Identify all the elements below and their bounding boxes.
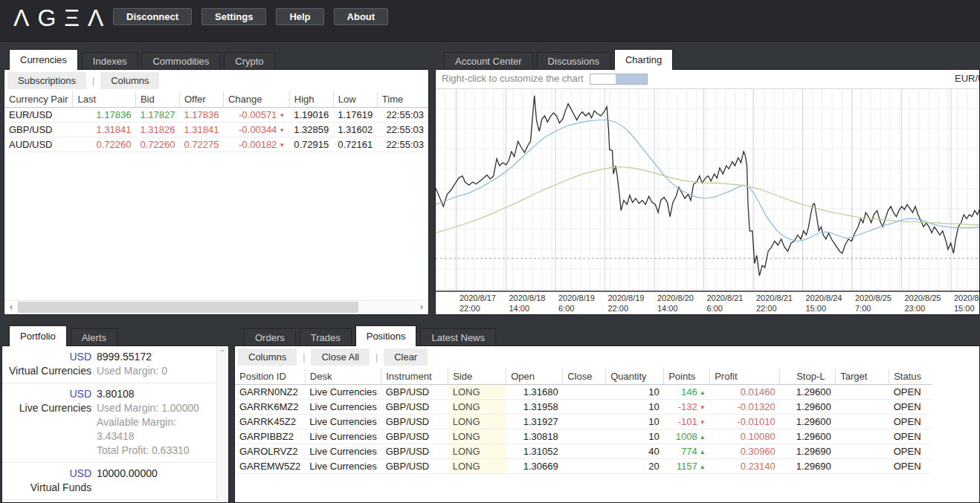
cell-low: 1.31602 [333,123,377,137]
chart-scrollbar[interactable] [590,74,648,85]
market-tab-crypto[interactable]: Crypto [224,52,274,70]
chart-tab-discussions[interactable]: Discussions [537,52,610,70]
position-row[interactable]: GARRK6MZ2Live CurrenciesGBP/USDLONG1.319… [235,400,932,415]
column-header-close: Close [563,369,606,385]
about-button[interactable]: About [334,8,389,25]
chart-scrollbar-thumb[interactable] [616,74,647,84]
chart-tab-account-center[interactable]: Account Center [444,52,533,70]
positions-close-all-button[interactable]: Close All [311,348,370,366]
positions-tab-orders[interactable]: Orders [244,328,296,346]
cell-low: 0.72161 [333,137,377,152]
cell-high: 1.32859 [289,123,333,137]
toolbar-separator: | [375,352,378,363]
cell-side: LONG [448,429,506,444]
disconnect-button[interactable]: Disconnect [113,8,192,25]
settings-button[interactable]: Settings [202,8,266,25]
cell-open: 1.31958 [506,400,563,415]
portfolio-entry[interactable]: USD3.80108Live CurrenciesUsed Margin: 1.… [2,383,217,463]
portfolio-tabs: PortfolioAlerts [9,327,117,346]
table-header-row: Position IDDeskInstrumentSideOpenCloseQu… [235,369,932,385]
horizontal-scrollbar[interactable]: ‹ › [5,300,428,314]
positions-tab-trades[interactable]: Trades [300,328,352,346]
x-axis-date: 2020/8/26 [954,293,980,303]
ma-fast-line [436,120,980,241]
market-columns-button[interactable]: Columns [100,72,159,89]
cell-quantity: 40 [606,444,664,459]
x-axis-time: 14:00 [657,303,694,314]
portfolio-tab-portfolio[interactable]: Portfolio [9,325,67,346]
positions-table: Position IDDeskInstrumentSideOpenCloseQu… [235,369,932,474]
position-row[interactable]: GARRN0NZ2Live CurrenciesGBP/USDLONG1.316… [235,385,932,400]
column-header-low: Low [333,91,377,108]
cell-points: 146▲ [664,385,710,400]
x-axis-time: 23:00 [905,303,941,314]
portfolio-entry[interactable]: USD10000.00000Virtual Funds [2,463,217,500]
up-arrow-icon: ▲ [700,434,706,441]
market-row[interactable]: EUR/USD1.178361.178271.17836-0.00571▼1.1… [4,108,428,123]
position-row[interactable]: GAROLRVZ2Live CurrenciesGBP/USDLONG1.310… [235,444,932,459]
scroll-left-icon[interactable]: ‹ [5,301,17,314]
market-toolbar: Subscriptions|Columns [4,70,428,91]
portfolio-entry-main: USD3.80108 [4,387,213,401]
chart-tab-charting[interactable]: Charting [614,49,673,70]
positions-panel: Columns|Close All|Clear Position IDDeskI… [234,345,980,503]
portfolio-entry[interactable]: USD8999.55172Virtual CurrenciesUsed Marg… [2,346,217,383]
market-tab-indexes[interactable]: Indexes [82,52,138,70]
column-header-side: Side [448,369,506,385]
cell-instrument: GBP/USD [381,459,448,474]
vertical-scrollbar[interactable]: ⌃ [216,347,228,502]
cell-profit: 0.10080 [710,429,780,444]
market-row[interactable]: AUD/USD0.722600.722600.72275-0.00182▼0.7… [4,137,428,152]
market-tabs: CurrenciesIndexesCommoditiesCrypto [9,51,275,70]
portfolio-instrument: USD [4,467,91,481]
positions-clear-button[interactable]: Clear [384,348,428,366]
cell-change: -0.00344▼ [223,123,289,137]
cell-target [836,444,889,459]
cell-desk: Live Currencies [305,415,381,429]
x-axis-label: 2020/8/196:00 [558,293,595,314]
x-axis-label: 2020/8/1722:00 [460,293,496,314]
cell-quantity: 10 [606,400,664,415]
scroll-right-icon[interactable]: › [416,301,428,314]
cell-stop-l: 1.29690 [780,459,836,474]
position-row[interactable]: GAREMW5Z2Live CurrenciesGBP/USDLONG1.306… [235,459,932,474]
help-button[interactable]: Help [276,8,323,25]
position-row[interactable]: GARPIBBZ2Live CurrenciesGBP/USDLONG1.308… [235,429,932,444]
market-tab-currencies[interactable]: Currencies [9,49,78,70]
cell-instrument: GBP/USD [381,444,448,459]
positions-tab-latest-news[interactable]: Latest News [420,328,496,346]
position-row[interactable]: GARRK45Z2Live CurrenciesGBP/USDLONG1.319… [235,415,932,429]
x-axis-label: 2020/8/257:00 [855,293,892,314]
cell-position-id: GAREMW5Z2 [235,459,305,474]
portfolio-entry-label: Virtual Currencies [4,364,91,378]
portfolio-entry-label: Virtual Funds [4,481,91,495]
x-axis-label: 2020/8/1814:00 [509,293,546,314]
agea-logo: ΛGΞΛ [13,4,112,32]
cell-points: 774▲ [664,444,710,459]
portfolio-tab-alerts[interactable]: Alerts [71,328,117,346]
portfolio-entry-detail: Virtual Funds [4,481,213,495]
cell-stop-l: 1.29600 [780,415,836,429]
market-subscriptions-button[interactable]: Subscriptions [7,72,86,89]
positions-columns-button[interactable]: Columns [238,348,297,366]
cell-status: OPEN [889,429,932,444]
cell-side: LONG [448,385,506,400]
market-tab-commodities[interactable]: Commodities [141,52,220,70]
scrollbar-thumb[interactable] [18,302,358,313]
column-header-position-id: Position ID [235,369,305,385]
cell-target [836,400,889,415]
portfolio-entry-detail: Total Profit: 0.63310 [4,444,213,458]
price-chart[interactable] [436,88,980,292]
portfolio-entry-detail: Live CurrenciesUsed Margin: 1.00000 [4,401,213,415]
portfolio-entry[interactable]: GBP/USD100Live CurrenciesProfit: 0.63310 [2,500,217,503]
portfolio-detail-text: Used Margin: 1.00000 [97,401,199,415]
scroll-up-icon[interactable]: ⌃ [217,348,228,357]
up-arrow-icon: ▲ [700,389,706,396]
cell-status: OPEN [889,459,932,474]
cell-open: 1.30818 [506,429,563,444]
cell-time: 22:55:03 [377,108,428,123]
positions-tab-positions[interactable]: Positions [355,325,417,346]
market-row[interactable]: GBP/USD1.318411.318261.31841-0.00344▼1.3… [4,123,428,137]
cell-stop-l: 1.29600 [780,385,836,400]
cell-stop-l: 1.29600 [780,429,836,444]
